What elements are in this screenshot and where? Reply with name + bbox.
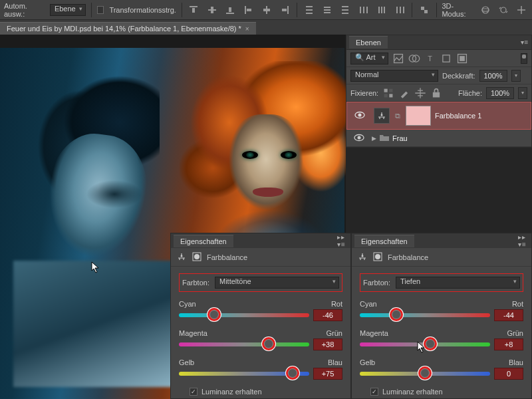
distribute-vcenter-icon[interactable] xyxy=(321,3,333,17)
filter-type-t-icon[interactable]: T xyxy=(424,53,436,65)
slider-value-input[interactable]: -44 xyxy=(494,309,523,321)
slider-track[interactable] xyxy=(360,342,490,346)
filter-smartobj-icon[interactable] xyxy=(456,53,468,65)
visibility-icon[interactable] xyxy=(350,111,370,120)
align-top-icon[interactable] xyxy=(188,3,200,17)
blend-mode-dropdown[interactable]: Normal xyxy=(350,70,438,82)
slider-track[interactable] xyxy=(179,372,309,376)
slider-track[interactable] xyxy=(179,313,309,317)
svg-point-34 xyxy=(501,7,506,13)
tone-label: Farbton: xyxy=(363,279,390,287)
lock-transparency-icon[interactable] xyxy=(382,87,394,99)
slider-track[interactable] xyxy=(179,342,309,346)
slider-value-input[interactable]: +75 xyxy=(313,368,342,380)
pan3d-icon[interactable] xyxy=(515,3,528,17)
slider-thumb[interactable] xyxy=(420,368,430,378)
slider-track[interactable] xyxy=(360,372,490,376)
slider-thumb[interactable] xyxy=(426,339,435,348)
svg-rect-20 xyxy=(342,13,348,14)
svg-rect-31 xyxy=(424,10,428,13)
auto-align-icon[interactable] xyxy=(418,3,430,17)
properties-tab[interactable]: Eigenschaften xyxy=(174,235,233,247)
svg-rect-45 xyxy=(433,92,440,97)
slider-value-input[interactable]: +8 xyxy=(494,338,523,350)
fill-stepper[interactable]: ▾ xyxy=(518,87,527,99)
luminance-checkbox[interactable]: ✓ xyxy=(370,388,378,396)
filter-toggle[interactable] xyxy=(521,53,527,64)
properties-tab[interactable]: Eigenschaften xyxy=(354,235,414,247)
layer-row-group[interactable]: ▶ Frau xyxy=(346,130,531,147)
roll3d-icon[interactable] xyxy=(497,3,509,17)
options-bar: Autom. ausw.: Ebene Transformationsstrg.… xyxy=(0,0,532,20)
document-tab[interactable]: Feuer und Eis by MDI.psd bei 14,1% (Farb… xyxy=(0,22,256,35)
tone-dropdown[interactable]: Tiefen xyxy=(396,277,520,289)
colorbalance-icon xyxy=(374,108,390,124)
align-right-icon[interactable] xyxy=(279,3,291,17)
svg-rect-40 xyxy=(460,56,465,61)
panel-menu-icon[interactable]: ▾≡ xyxy=(518,36,531,49)
slider-thumb[interactable] xyxy=(209,310,219,319)
filter-pixel-icon[interactable] xyxy=(392,53,404,65)
lock-row: Fixieren: Fläche: 100% ▾ xyxy=(346,84,531,102)
distribute-right-icon[interactable] xyxy=(394,3,406,17)
visibility-icon[interactable] xyxy=(349,134,369,143)
folder-icon xyxy=(379,134,390,143)
link-icon[interactable]: ⧉ xyxy=(394,112,402,120)
slider-value-input[interactable]: +38 xyxy=(313,338,342,350)
filter-adjustment-icon[interactable] xyxy=(408,53,420,65)
filter-shape-icon[interactable] xyxy=(440,53,452,65)
panel-menu-icon[interactable]: ▸▸ ▾≡ xyxy=(518,234,531,247)
mask-icon[interactable] xyxy=(192,252,201,263)
document-tab-bar: Feuer und Eis by MDI.psd bei 14,1% (Farb… xyxy=(0,20,532,35)
slider-right-label: Blau xyxy=(328,358,342,366)
distribute-top-icon[interactable] xyxy=(303,3,315,17)
svg-rect-4 xyxy=(226,13,234,14)
lock-all-icon[interactable] xyxy=(430,87,442,99)
slider-thumb[interactable] xyxy=(392,310,401,319)
expand-icon[interactable]: ▶ xyxy=(372,135,376,142)
mode3d-label: 3D-Modus: xyxy=(442,2,473,18)
fill-input[interactable]: 100% xyxy=(486,87,514,99)
slider-thumb[interactable] xyxy=(264,339,273,348)
svg-rect-5 xyxy=(229,7,231,12)
align-bottom-icon[interactable] xyxy=(224,3,237,17)
slider-thumb[interactable] xyxy=(288,368,297,378)
svg-point-56 xyxy=(375,254,380,259)
close-icon[interactable]: × xyxy=(245,25,249,33)
opacity-stepper[interactable]: ▾ xyxy=(511,70,521,82)
slider-value-input[interactable]: -46 xyxy=(313,309,342,321)
layer-row-adjustment[interactable]: ⧉ Farbbalance 1 xyxy=(346,102,531,130)
slider-right-label: Grün xyxy=(327,329,342,337)
lock-pixels-icon[interactable] xyxy=(398,87,410,99)
lock-position-icon[interactable] xyxy=(414,87,426,99)
tone-select-row: Farbton: Tiefen xyxy=(360,273,523,292)
auto-select-dropdown[interactable]: Ebene xyxy=(50,4,86,16)
mask-icon[interactable] xyxy=(373,252,382,263)
layers-tab[interactable]: Ebenen xyxy=(349,36,388,49)
slider-value-input[interactable]: 0 xyxy=(494,368,523,380)
distribute-left-icon[interactable] xyxy=(357,3,370,17)
svg-rect-18 xyxy=(342,6,348,7)
svg-rect-6 xyxy=(245,6,246,14)
slider-track[interactable] xyxy=(360,313,490,317)
slider-right-label: Grün xyxy=(507,329,523,337)
slider-left-label: Cyan xyxy=(360,300,377,308)
align-hcenter-icon[interactable] xyxy=(260,3,273,17)
align-left-icon[interactable] xyxy=(242,3,255,17)
layer-name[interactable]: Farbbalance 1 xyxy=(435,112,528,120)
transform-controls-label: Transformationsstrg. xyxy=(109,6,176,14)
orbit3d-icon[interactable] xyxy=(479,3,491,17)
layer-name[interactable]: Frau xyxy=(392,134,529,142)
opacity-input[interactable]: 100% xyxy=(479,70,507,82)
tone-dropdown[interactable]: Mitteltöne xyxy=(215,277,339,289)
luminance-checkbox[interactable]: ✓ xyxy=(190,388,198,396)
filter-type-dropdown[interactable]: 🔍 Art xyxy=(350,53,388,65)
distribute-hcenter-icon[interactable] xyxy=(376,3,388,17)
distribute-bottom-icon[interactable] xyxy=(339,3,352,17)
slider-left-label: Gelb xyxy=(360,358,375,366)
align-vcenter-icon[interactable] xyxy=(205,3,218,17)
mask-thumbnail[interactable] xyxy=(406,106,431,126)
properties-panel-mid: Eigenschaften ▸▸ ▾≡ Farbbalance Farbton:… xyxy=(170,233,351,399)
transform-controls-checkbox[interactable] xyxy=(97,6,104,14)
panel-menu-icon[interactable]: ▸▸ ▾≡ xyxy=(337,234,350,247)
